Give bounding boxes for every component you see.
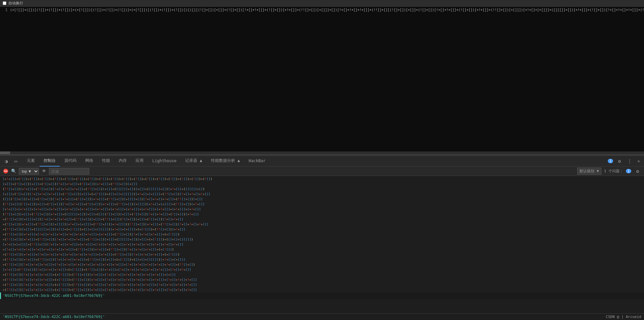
clear-console-icon[interactable]: ⛔ <box>3 168 9 174</box>
tab-network[interactable]: 网络 <box>81 156 97 167</box>
tab-right-icons: 1 ⚙ ⋮ ✕ <box>608 157 641 165</box>
status-bar: 'NSSCTF{S7bece74-3dcb-422C-a601-9al8ef76… <box>0 313 644 320</box>
horizontal-scrollbar[interactable] <box>0 151 644 154</box>
issues-count-label: 1 个问题： <box>604 169 623 174</box>
jsfuck-line-18: [+!+[]]+(!![]+[])[!+[]+!+[]+!+[]]+(+[![]… <box>0 267 644 272</box>
tab-performance[interactable]: 性能 <box>98 156 114 167</box>
jsfuck-line-10: +(!![]+[])[+[]]+([][[]]+[])[+[]]+(+[![]]… <box>0 227 644 232</box>
jsfuck-line-0: [+!+[]]+(![])+(![])+(![])+(![])+(![])+(!… <box>0 177 644 182</box>
tab-sources[interactable]: 源代码 <box>60 156 80 167</box>
tab-hackbar[interactable]: HackBar <box>245 156 270 167</box>
jsfuck-line-9: +(![]+[])[+!+[]]+(!![]+[])[+[]]])[+!+[]+… <box>0 222 644 227</box>
tab-elements[interactable]: 元素 <box>23 156 39 167</box>
console-toolbar: ⛔ 🔍 top ▼ 👁 默认级别 ▼ 1 个问题： 1 ⚙ <box>0 167 644 176</box>
source-line-1: 1 (+[![]]+([])[(![])+(![])+(![])]+(+[![]… <box>0 7 644 13</box>
jsfuck-line-14: +[!+[]+!+[]+!+[]+!+[]+!+[]+!+[]+!+[]]+(!… <box>0 247 644 252</box>
result-line: 'NSSCTF{S7bece74-3dcb-422C-a601-9al8ef76… <box>0 292 644 299</box>
inspect-icon[interactable]: ◑ <box>3 157 10 165</box>
top-bar: 自动换行 <box>0 0 644 7</box>
tab-recorder[interactable]: 记录器 ▲ <box>181 156 206 167</box>
auto-wrap-label: 自动换行 <box>8 1 23 6</box>
jsfuck-line-11: +(!![]+[])[+!+[]]+[!+[]+!+[]+!+[]+!+[]+!… <box>0 232 644 237</box>
tab-console[interactable]: 控制台 <box>40 156 60 167</box>
source-code-text-1: (+[![]]+([])[(![])+(![])+(![])]+(+[![]])… <box>10 8 644 12</box>
jsfuck-line-21: +(!![]+[])[!+[]+!+[]+!+[]]+(+[![]])+(!![… <box>0 282 644 287</box>
scrollbar-thumb[interactable] <box>0 151 10 154</box>
tab-perf-insights[interactable]: 性能数据分析 ▲ <box>207 156 244 167</box>
console-badge: 1 <box>608 159 613 163</box>
jsfuck-line-5: (!![]+[][(![]+[])[+[]]+(![]+[])[!+[]+!+[… <box>0 202 644 207</box>
issues-badge: 1 <box>626 169 631 173</box>
auto-wrap-checkbox[interactable] <box>3 1 6 5</box>
tab-application[interactable]: 应用 <box>131 156 148 167</box>
jsfuck-line-13: [+!+[]+[+[]]]+(!![]+[])[!+[]+!+[]+!+[]]+… <box>0 242 644 247</box>
jsfuck-line-16: +(!![]+[])[+!+[]]+(!![]+[])[!+[]+!+[]+!+… <box>0 257 644 262</box>
status-user: CSDN @ | Arcueid <box>606 315 641 319</box>
device-toolbar-icon[interactable]: ▭ <box>12 157 19 165</box>
jsfuck-line-15: +(!![]+[])[+!+[]]+[!+[]+!+[]+!+[]+!+[]+!… <box>0 252 644 257</box>
jsfuck-line-4: ([][(![]+[])[+[]]+(![]+[])[!+[]+!+[]]+(!… <box>0 197 644 202</box>
context-select[interactable]: top ▼ <box>19 168 39 175</box>
jsfuck-line-6: [+!+[]]+[+!+[]]+[+!+[]]+[+!+[]]+[+!+[]]+… <box>0 207 644 212</box>
jsfuck-line-20: +(!![]+[])[!+[]+!+[]+!+[]]+(+[![]])+(!![… <box>0 277 644 282</box>
more-tools-icon[interactable]: ⋮ <box>626 157 633 165</box>
line-number-1: 1 <box>0 8 10 12</box>
toolbar-right: 默认级别 ▼ 1 个问题： 1 ⚙ <box>577 168 641 175</box>
jsfuck-line-12: +(!![]+[])[+!+[]]+(!![]+[])[!+[]+!+[]+!+… <box>0 237 644 242</box>
jsfuck-line-22: +(!![]+[])[!+[]+!+[]+!+[]]+(+[![]])+(!![… <box>0 287 644 292</box>
devtools-tabbar: ◑ ▭ 元素 控制台 源代码 网络 性能 内存 应用 Lighthouse 记录… <box>0 156 644 167</box>
console-settings-icon[interactable]: ⚙ <box>634 168 641 175</box>
source-area: 1 (+[![]]+([])[(![])+(![])+(![])]+(+[![]… <box>0 7 644 154</box>
console-output: [+!+[]]+(![])+(![])+(![])+(![])+(![])+(!… <box>0 176 644 313</box>
filter-input[interactable] <box>49 168 89 175</box>
jsfuck-line-8: +(!![]+[])[+[]]]+[])[!+[]+!+[]+!+[]]+(!!… <box>0 217 644 222</box>
eye-icon[interactable]: 👁 <box>41 168 47 174</box>
jsfuck-line-1: [+[]]+(![]+[])[+[]]+(![]+[])[!+[]+!+[]]+… <box>0 182 644 187</box>
jsfuck-line-7: (!![]+[])[+[]]+(!![]+[])[+!+[]]+([][[]]+… <box>0 212 644 217</box>
jsfuck-line-2: (!![]+[])[+!+[]]+(!![]+[])[!+[]+!+[]+!+[… <box>0 187 644 192</box>
console-lines: [+!+[]]+(![])+(![])+(![])+(![])+(![])+(!… <box>0 176 644 300</box>
tab-lighthouse[interactable]: Lighthouse <box>148 156 180 167</box>
tab-memory[interactable]: 内存 <box>115 156 131 167</box>
jsfuck-line-17: +(!![]+[])[!+[]+!+[]+!+[]]+[!+[]+!+[]+!+… <box>0 262 644 267</box>
devtools-left-icons: ◑ ▭ <box>3 157 19 165</box>
jsfuck-line-19: +(!![]+[])[!+[]+!+[]+!+[]]+(+[![]])+(!![… <box>0 272 644 277</box>
close-devtools-icon[interactable]: ✕ <box>636 158 641 164</box>
level-select-label[interactable]: 默认级别 ▼ <box>577 168 601 175</box>
jsfuck-line-3: [+[]]+(![]+[])[!+[]+!+[]+!+[]]+(!![]+[])… <box>0 192 644 197</box>
filter-icon[interactable]: 🔍 <box>11 168 17 174</box>
settings-icon[interactable]: ⚙ <box>616 157 623 165</box>
status-result: 'NSSCTF{S7bece74-3dcb-422C-a601-9al8ef76… <box>3 315 105 319</box>
